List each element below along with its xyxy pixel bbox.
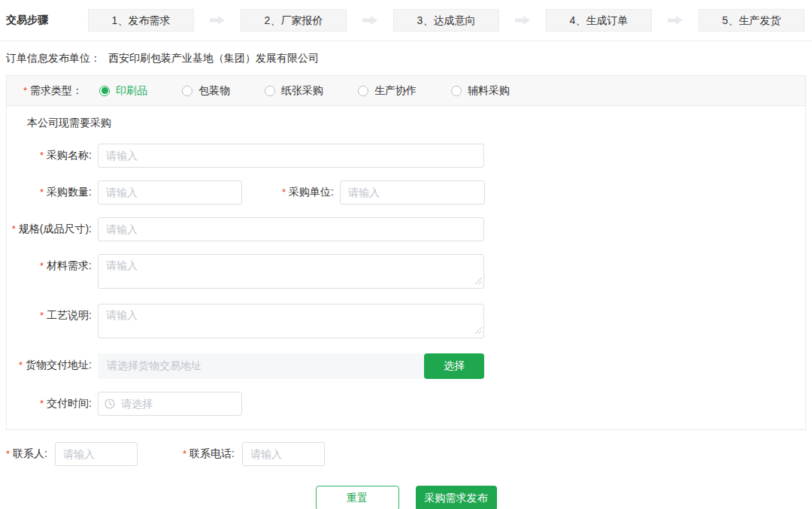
section-title: 本公司现需要采购 bbox=[27, 117, 805, 130]
purchase-name-row: *采购名称: bbox=[7, 144, 805, 168]
radio-label: 辅料采购 bbox=[468, 84, 510, 98]
purchase-unit-input[interactable] bbox=[340, 180, 485, 205]
demand-type-header: * 需求类型： 印刷品 包装物 纸张采购 生产协作 辅料采购 bbox=[7, 76, 805, 106]
step-arrow-icon bbox=[652, 15, 698, 26]
reset-button[interactable]: 重置 bbox=[316, 486, 399, 509]
radio-unselected-icon bbox=[358, 86, 368, 96]
form-actions: 重置 采购需求发布 bbox=[0, 486, 812, 509]
process-row: *工艺说明: bbox=[7, 304, 805, 341]
delivery-time-label: *交付时间: bbox=[7, 392, 92, 411]
process-label: *工艺说明: bbox=[7, 304, 92, 323]
contact-row: *联系人: *联系电话: bbox=[6, 442, 812, 466]
radio-label: 生产协作 bbox=[374, 84, 417, 98]
contact-person-input[interactable] bbox=[55, 442, 138, 466]
step-5-produce-ship: 5、生产发货 bbox=[698, 9, 804, 32]
step-arrow-icon bbox=[347, 15, 393, 26]
spec-label: *规格(成品尺寸): bbox=[7, 217, 92, 236]
delivery-address-display: 请选择货物交易地址 bbox=[98, 353, 424, 379]
radio-unselected-icon bbox=[265, 86, 275, 96]
purchase-qty-input[interactable] bbox=[98, 180, 242, 205]
demand-type-label: 需求类型： bbox=[30, 84, 83, 98]
purchase-name-label: *采购名称: bbox=[7, 144, 92, 162]
material-textarea[interactable] bbox=[98, 254, 484, 289]
spec-row: *规格(成品尺寸): bbox=[7, 217, 805, 241]
step-3-reach-intent: 3、达成意向 bbox=[393, 9, 499, 32]
select-address-button[interactable]: 选择 bbox=[424, 353, 484, 379]
radio-unselected-icon bbox=[182, 86, 192, 96]
purchase-unit-label: *采购单位: bbox=[242, 180, 334, 199]
purchase-qty-unit-row: *采购数量: *采购单位: bbox=[7, 180, 805, 205]
submit-purchase-demand-button[interactable]: 采购需求发布 bbox=[416, 486, 497, 509]
step-1-publish-demand: 1、发布需求 bbox=[88, 9, 194, 32]
contact-person-label: *联系人: bbox=[6, 447, 47, 461]
steps-bar-title: 交易步骤 bbox=[6, 14, 88, 27]
step-2-factory-quote: 2、厂家报价 bbox=[241, 9, 347, 32]
step-arrow-icon bbox=[499, 15, 546, 26]
step-arrow-icon bbox=[194, 15, 241, 26]
delivery-time-input[interactable] bbox=[98, 392, 242, 416]
order-publisher-row: 订单信息发布单位： 西安印刷包装产业基地（集团）发展有限公司 bbox=[0, 41, 812, 75]
radio-unselected-icon bbox=[451, 86, 462, 96]
radio-print-products[interactable]: 印刷品 bbox=[99, 84, 147, 98]
spec-input[interactable] bbox=[98, 217, 484, 241]
radio-auxiliary-purchase[interactable]: 辅料采购 bbox=[451, 84, 510, 98]
step-4-generate-order: 4、生成订单 bbox=[546, 9, 652, 32]
radio-packaging[interactable]: 包装物 bbox=[182, 84, 230, 98]
contact-phone-label: *联系电话: bbox=[183, 447, 235, 461]
contact-phone-input[interactable] bbox=[242, 442, 325, 466]
material-label: *材料需求: bbox=[7, 254, 92, 273]
radio-production-collab[interactable]: 生产协作 bbox=[358, 84, 417, 98]
purchase-demand-panel: * 需求类型： 印刷品 包装物 纸张采购 生产协作 辅料采购 本公司现需要采购 … bbox=[6, 75, 806, 430]
radio-label: 纸张采购 bbox=[281, 84, 323, 98]
delivery-address-row: *货物交付地址: 请选择货物交易地址 选择 bbox=[7, 353, 805, 379]
purchase-form-body: 本公司现需要采购 *采购名称: *采购数量: *采购单位: *规格(成品尺寸):… bbox=[7, 106, 805, 429]
radio-label: 包装物 bbox=[198, 84, 230, 98]
radio-paper-purchase[interactable]: 纸张采购 bbox=[265, 84, 323, 98]
transaction-steps-bar: 交易步骤 1、发布需求 2、厂家报价 3、达成意向 4、生成订单 5、生产发货 bbox=[0, 0, 812, 41]
radio-selected-icon bbox=[99, 86, 110, 96]
purchase-name-input[interactable] bbox=[98, 144, 484, 168]
process-textarea[interactable] bbox=[98, 304, 484, 338]
publisher-label: 订单信息发布单位： bbox=[6, 52, 101, 65]
material-row: *材料需求: bbox=[7, 254, 805, 291]
delivery-time-row: *交付时间: bbox=[7, 392, 805, 416]
publisher-company-name: 西安印刷包装产业基地（集团）发展有限公司 bbox=[108, 52, 319, 65]
required-mark: * bbox=[23, 85, 27, 96]
purchase-qty-label: *采购数量: bbox=[7, 180, 92, 199]
radio-label: 印刷品 bbox=[116, 84, 147, 98]
clock-icon bbox=[105, 398, 115, 411]
delivery-address-label: *货物交付地址: bbox=[7, 353, 92, 372]
